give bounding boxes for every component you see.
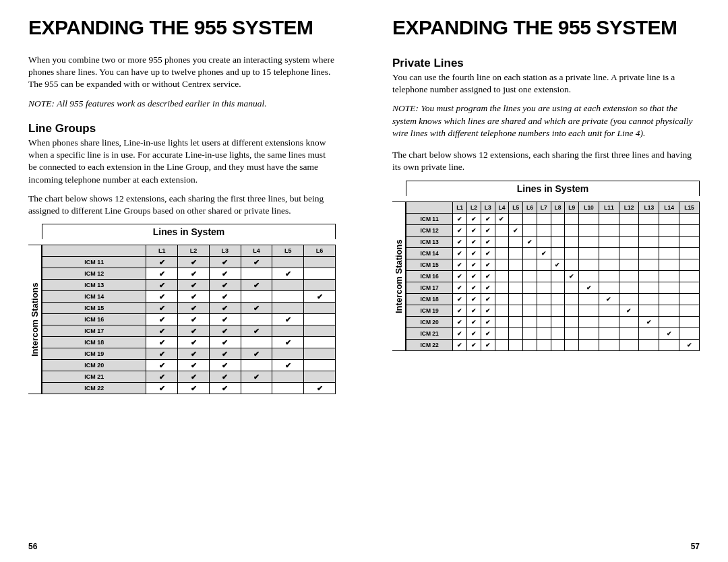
table-cell xyxy=(599,316,619,327)
table-cell xyxy=(551,236,565,247)
check-icon: ✔ xyxy=(586,284,592,291)
table-caption: Lines in System xyxy=(406,181,700,196)
table-row: ICM 19✔✔✔✔ xyxy=(406,305,700,316)
check-icon: ✔ xyxy=(253,281,260,289)
table-cell: ✔ xyxy=(146,360,178,371)
table-cell xyxy=(619,293,639,305)
check-icon: ✔ xyxy=(159,292,165,301)
table-cell xyxy=(537,224,551,236)
table-cell xyxy=(537,305,551,316)
check-icon: ✔ xyxy=(159,258,165,266)
table-cell xyxy=(304,280,336,291)
table-line-groups-container: Lines in System Intercom Stations L1L2L3… xyxy=(28,224,336,394)
check-icon: ✔ xyxy=(317,384,323,392)
table-row: ICM 17✔✔✔✔ xyxy=(406,282,700,293)
table-cell xyxy=(537,316,551,327)
row-label: ICM 17 xyxy=(42,325,146,337)
table-cell xyxy=(579,236,599,247)
check-icon: ✔ xyxy=(317,292,323,301)
table-cell xyxy=(272,303,304,314)
check-icon: ✔ xyxy=(159,304,165,312)
table-cell xyxy=(304,303,336,314)
table-cell xyxy=(241,360,272,371)
table-cell xyxy=(509,213,523,224)
table-cell: ✔ xyxy=(209,268,241,280)
table-cell xyxy=(579,270,599,282)
row-label: ICM 21 xyxy=(406,327,453,339)
row-label: ICM 13 xyxy=(42,280,146,291)
table-cell: ✔ xyxy=(453,327,467,339)
table-cell xyxy=(551,282,565,293)
table-row: ICM 16✔✔✔✔ xyxy=(406,270,700,282)
table-cell: ✔ xyxy=(272,268,304,280)
table-cell xyxy=(537,327,551,339)
check-icon: ✔ xyxy=(285,338,291,346)
check-icon: ✔ xyxy=(485,227,491,234)
check-icon: ✔ xyxy=(606,296,611,303)
table-cell: ✔ xyxy=(481,316,495,327)
row-label: ICM 11 xyxy=(406,213,453,224)
table-cell xyxy=(599,259,619,270)
check-icon: ✔ xyxy=(667,330,672,337)
column-header: L5 xyxy=(509,201,523,213)
table-cell xyxy=(537,259,551,270)
check-icon: ✔ xyxy=(222,384,228,392)
table-cell: ✔ xyxy=(639,316,659,327)
row-label: ICM 13 xyxy=(406,236,453,247)
column-header: L10 xyxy=(579,201,599,213)
check-icon: ✔ xyxy=(191,270,197,278)
check-icon: ✔ xyxy=(191,327,197,335)
check-icon: ✔ xyxy=(471,307,477,314)
table-cell xyxy=(619,213,639,224)
row-label: ICM 15 xyxy=(406,259,453,270)
table-row: ICM 13✔✔✔✔ xyxy=(406,236,700,247)
note-text: NOTE: All 955 features work as described… xyxy=(28,98,336,110)
check-icon: ✔ xyxy=(457,261,462,268)
table-cell: ✔ xyxy=(209,257,241,268)
table-cell xyxy=(565,213,579,224)
table-row: ICM 16✔✔✔✔ xyxy=(42,314,336,325)
table-cell xyxy=(523,224,537,236)
table-cell xyxy=(495,282,509,293)
table-cell xyxy=(523,270,537,282)
table-cell xyxy=(551,213,565,224)
table-cell xyxy=(659,224,679,236)
table-cell xyxy=(659,339,679,350)
table-cell xyxy=(639,305,659,316)
table-cell xyxy=(579,305,599,316)
check-icon: ✔ xyxy=(457,342,462,348)
table-cell: ✔ xyxy=(481,224,495,236)
table-cell xyxy=(679,270,700,282)
table-cell xyxy=(565,327,579,339)
row-label: ICM 11 xyxy=(42,257,146,268)
table-cell xyxy=(523,213,537,224)
table-cell xyxy=(579,339,599,350)
row-label: ICM 14 xyxy=(406,247,453,259)
table-cell: ✔ xyxy=(453,339,467,350)
check-icon: ✔ xyxy=(687,342,692,348)
check-icon: ✔ xyxy=(253,258,260,266)
check-icon: ✔ xyxy=(191,281,197,289)
check-icon: ✔ xyxy=(499,216,504,222)
table-cell xyxy=(551,224,565,236)
note-text: NOTE: You must program the lines you are… xyxy=(392,102,700,139)
check-icon: ✔ xyxy=(159,361,165,369)
check-icon: ✔ xyxy=(471,342,477,348)
table-cell xyxy=(509,270,523,282)
check-icon: ✔ xyxy=(471,296,477,303)
table-cell xyxy=(509,316,523,327)
check-icon: ✔ xyxy=(471,250,477,257)
table-cell: ✔ xyxy=(178,348,210,360)
table-cell xyxy=(599,339,619,350)
check-icon: ✔ xyxy=(485,342,491,348)
table-cell xyxy=(565,316,579,327)
table-cell: ✔ xyxy=(619,305,639,316)
table-cell: ✔ xyxy=(146,383,178,394)
table-cell xyxy=(639,339,659,350)
column-header: L3 xyxy=(481,201,495,213)
table-cell xyxy=(619,316,639,327)
table-cell: ✔ xyxy=(453,282,467,293)
table-cell xyxy=(272,280,304,291)
check-icon: ✔ xyxy=(485,307,491,314)
column-header: L6 xyxy=(523,201,537,213)
